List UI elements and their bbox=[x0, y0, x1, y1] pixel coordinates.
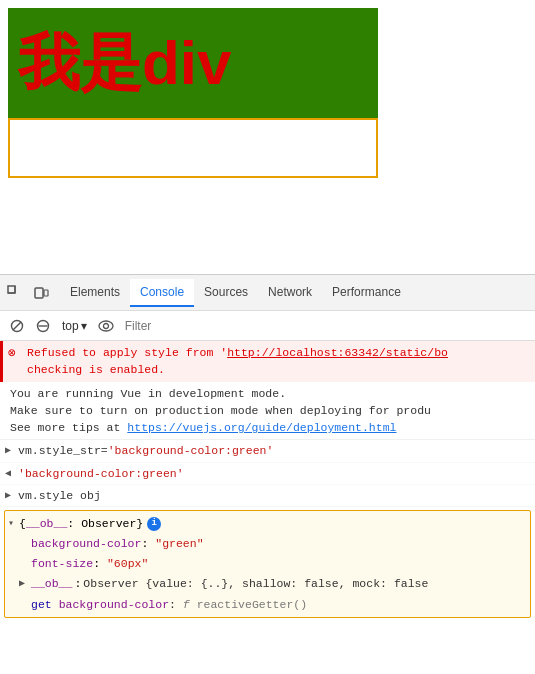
console-error-line: Refused to apply style from 'http://loca… bbox=[0, 341, 535, 382]
svg-rect-0 bbox=[8, 286, 15, 293]
nested-ob-val: Observer {value: {..}, shallow: false, m… bbox=[83, 575, 428, 592]
nested-ob-name: __ob__ bbox=[31, 575, 72, 592]
tab-sources[interactable]: Sources bbox=[194, 279, 258, 307]
preview-area: 我是div bbox=[0, 0, 535, 280]
obj-nested-ob[interactable]: ▶ __ob__: Observer {value: {..}, shallow… bbox=[5, 573, 530, 594]
console-info-block: You are running Vue in development mode.… bbox=[0, 382, 535, 441]
prop-val-bg: "green" bbox=[155, 537, 203, 550]
svg-rect-4 bbox=[44, 290, 48, 296]
tab-elements[interactable]: Elements bbox=[60, 279, 130, 307]
arrow-icon: ▶ bbox=[5, 443, 11, 458]
obj-header[interactable]: ▾ {__ob__: Observer} i bbox=[5, 513, 530, 534]
eye-icon-button[interactable] bbox=[95, 315, 117, 337]
svg-rect-3 bbox=[35, 288, 43, 298]
console-content: Refused to apply style from 'http://loca… bbox=[0, 341, 535, 674]
dropdown-arrow: ▾ bbox=[81, 319, 87, 333]
info-line3: See more tips at bbox=[10, 421, 127, 434]
prop-name-font: font-size bbox=[31, 557, 93, 570]
context-label: top bbox=[62, 319, 79, 333]
obj-prop-font: font-size: "60px" bbox=[5, 554, 530, 573]
object-expand-block: ▾ {__ob__: Observer} i background-color:… bbox=[4, 510, 531, 618]
getter-line: get background-color: f reactiveGetter() bbox=[5, 594, 530, 615]
filter-input[interactable] bbox=[121, 317, 529, 335]
tab-console[interactable]: Console bbox=[130, 279, 194, 307]
info-link[interactable]: https://vuejs.org/guide/deployment.html bbox=[127, 421, 396, 434]
prop-val-font: "60px" bbox=[107, 557, 148, 570]
arrow-icon-3: ▶ bbox=[5, 488, 11, 503]
log-line-1: ▶ vm.style_str='background-color:green' bbox=[0, 440, 535, 462]
getter-prop: background-color bbox=[59, 598, 169, 611]
getter-label: get bbox=[31, 598, 52, 611]
log1-text: vm.style_str='background-color:green' bbox=[18, 442, 273, 459]
prop-name-bg: background-color bbox=[31, 537, 141, 550]
obj-header-text: {__ob__: Observer} bbox=[19, 515, 143, 532]
arrow-icon-2: ◀ bbox=[5, 466, 11, 481]
preview-text: 我是div bbox=[18, 32, 232, 94]
expand-arrow: ▾ bbox=[8, 516, 14, 531]
tab-network[interactable]: Network bbox=[258, 279, 322, 307]
info-line1: You are running Vue in development mode. bbox=[10, 387, 286, 400]
device-icon[interactable] bbox=[30, 282, 52, 304]
svg-point-10 bbox=[103, 323, 108, 328]
log3-text: vm.style obj bbox=[18, 487, 101, 504]
context-selector[interactable]: top ▾ bbox=[58, 317, 91, 335]
devtools-panel: Elements Console Sources Network Perform… bbox=[0, 274, 535, 674]
obj-prop-bg: background-color: "green" bbox=[5, 534, 530, 553]
getter-val: f reactiveGetter() bbox=[183, 598, 307, 611]
log2-text: 'background-color:green' bbox=[18, 465, 184, 482]
info-icon[interactable]: i bbox=[147, 517, 161, 531]
tab-performance[interactable]: Performance bbox=[322, 279, 411, 307]
clear-console-button[interactable] bbox=[6, 315, 28, 337]
outline-box bbox=[8, 118, 378, 178]
no-symbol-button[interactable] bbox=[32, 315, 54, 337]
svg-line-6 bbox=[13, 322, 21, 330]
tab-icons bbox=[4, 282, 52, 304]
log-line-3: ▶ vm.style obj bbox=[0, 485, 535, 507]
error-link[interactable]: http://localhost:63342/static/bo bbox=[227, 346, 448, 359]
info-line2: Make sure to turn on production mode whe… bbox=[10, 404, 431, 417]
error-text-1: Refused to apply style from 'http://loca… bbox=[27, 346, 448, 359]
nested-arrow: ▶ bbox=[19, 576, 25, 591]
inspect-icon[interactable] bbox=[4, 282, 26, 304]
svg-point-9 bbox=[99, 321, 113, 331]
error-text-2: checking is enabled. bbox=[27, 363, 165, 376]
tabs-row: Elements Console Sources Network Perform… bbox=[0, 275, 535, 311]
console-toolbar: top ▾ bbox=[0, 311, 535, 341]
log-line-2: ◀ 'background-color:green' bbox=[0, 463, 535, 485]
green-box: 我是div bbox=[8, 8, 378, 118]
